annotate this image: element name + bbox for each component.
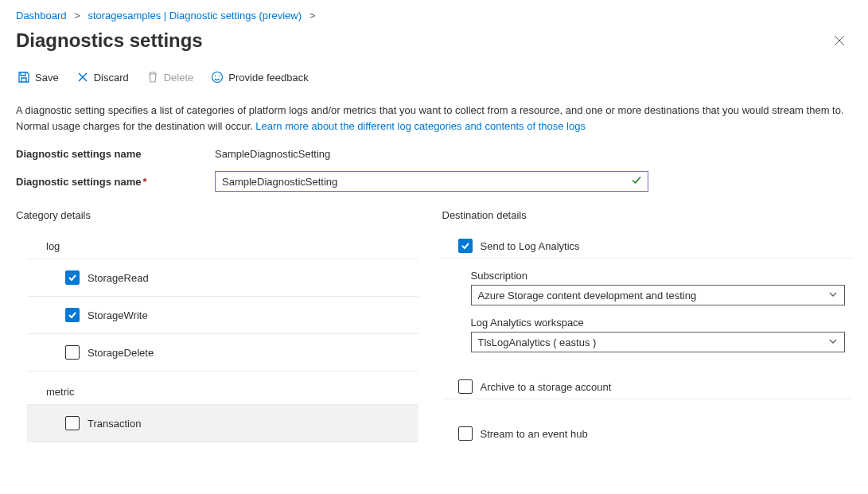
svg-point-2 [219,76,220,77]
discard-label: Discard [94,72,129,84]
save-button[interactable]: Save [16,68,60,87]
archive-storage-label: Archive to a storage account [481,381,612,393]
svg-point-1 [215,76,216,77]
destination-details-title: Destination details [442,209,853,221]
storagewrite-label: StorageWrite [88,309,148,321]
log-analytics-label: Send to Log Analytics [481,240,580,252]
delete-icon [146,71,159,84]
subscription-label: Subscription [471,270,853,282]
storagedelete-checkbox[interactable] [65,345,80,360]
delete-button: Delete [145,68,196,87]
learn-more-link[interactable]: Learn more about the different log categ… [255,120,586,132]
workspace-value: TlsLogAnalytics ( eastus ) [478,336,597,348]
name-input-label: Diagnostic settings name* [16,176,215,188]
close-icon [834,35,845,46]
svg-point-0 [212,72,223,83]
close-button[interactable] [827,28,852,53]
breadcrumb: Dashboard > storagesamples | Diagnostic … [16,8,852,21]
log-analytics-checkbox[interactable] [458,239,473,253]
stream-eventhub-label: Stream to an event hub [481,428,588,440]
storageread-label: StorageRead [88,272,149,284]
transaction-checkbox[interactable] [65,416,80,430]
chevron-down-icon [828,336,838,348]
storageread-checkbox[interactable] [65,270,80,285]
destination-details-column: Destination details Send to Log Analytic… [442,209,853,445]
breadcrumb-storagesamples[interactable]: storagesamples | Diagnostic settings (pr… [88,10,302,21]
discard-icon [76,71,89,84]
name-input[interactable] [215,171,648,192]
transaction-label: Transaction [88,418,141,430]
save-label: Save [35,72,59,84]
delete-label: Delete [164,72,194,84]
discard-button[interactable]: Discard [75,68,130,87]
required-indicator: * [142,176,146,188]
metric-transaction-row[interactable]: Transaction [27,405,418,442]
subscription-select[interactable]: Azure Storage content development and te… [471,285,845,305]
workspace-select[interactable]: TlsLogAnalytics ( eastus ) [471,332,845,352]
valid-check-icon [631,175,642,189]
subscription-value: Azure Storage content development and te… [478,290,697,301]
chevron-right-icon: > [309,10,316,21]
toolbar: Save Discard Delete Provide feedback [16,68,852,95]
send-log-analytics-row[interactable]: Send to Log Analytics [442,234,853,259]
page-title: Diagnostics settings [16,29,203,52]
category-details-title: Category details [16,209,426,221]
log-storageread-row[interactable]: StorageRead [27,259,418,297]
feedback-button[interactable]: Provide feedback [209,68,309,87]
storagewrite-checkbox[interactable] [65,308,80,322]
archive-storage-checkbox[interactable] [458,379,473,394]
save-icon [18,71,30,84]
stream-eventhub-row[interactable]: Stream to an event hub [442,422,853,445]
chevron-down-icon [828,290,838,301]
breadcrumb-dashboard[interactable]: Dashboard [16,10,67,21]
chevron-right-icon: > [74,10,80,21]
workspace-label: Log Analytics workspace [471,317,853,329]
name-value: SampleDiagnosticSetting [215,148,330,160]
metric-section-header: metric [27,379,418,405]
log-section-header: log [27,234,418,259]
archive-storage-row[interactable]: Archive to a storage account [442,375,853,399]
feedback-icon [211,71,224,84]
feedback-label: Provide feedback [228,72,308,84]
log-storagedelete-row[interactable]: StorageDelete [27,334,418,371]
category-details-column: Category details log StorageRead Storage… [16,209,426,445]
name-label: Diagnostic settings name [16,148,215,160]
stream-eventhub-checkbox[interactable] [458,426,473,441]
description: A diagnostic setting specifies a list of… [16,103,851,134]
storagedelete-label: StorageDelete [88,347,154,359]
log-storagewrite-row[interactable]: StorageWrite [27,297,418,334]
